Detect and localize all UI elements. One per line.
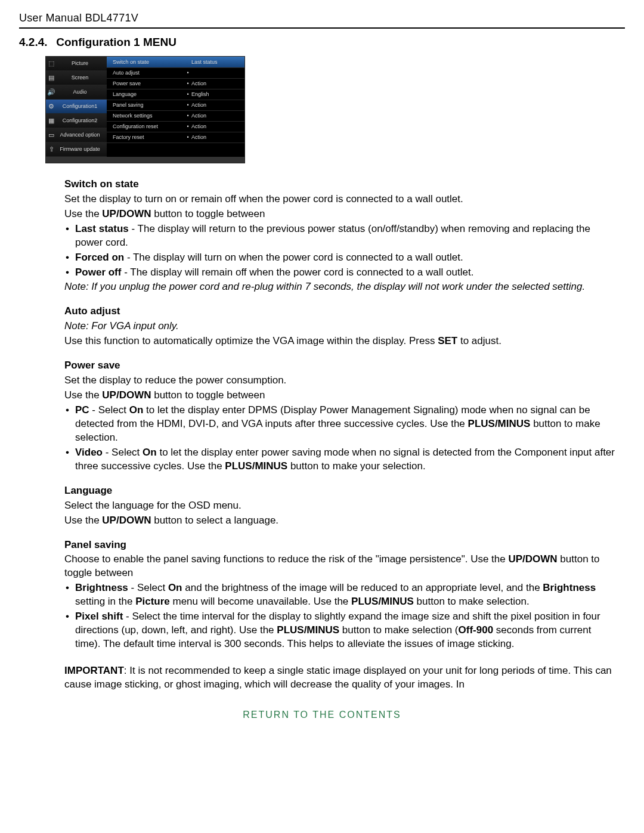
manual-title: User Manual BDL4771V: [19, 12, 138, 24]
language-block: Language Select the language for the OSD…: [64, 484, 619, 528]
body-text: Set the display to reduce the power cons…: [64, 374, 619, 388]
osd-menu: ⬚Picture ▤Screen 🔊Audio ⚙Configuration1 …: [45, 56, 245, 163]
text: button to make your selection.: [287, 460, 426, 472]
list-item: Forced on - The display will turn on whe…: [64, 251, 619, 265]
section-title-prefix: Configuration 1: [56, 36, 143, 48]
important-label: IMPORTANT: [64, 665, 124, 676]
osd-option-value: Last status: [191, 58, 239, 66]
bullet-list: PC - Select On to let the display enter …: [64, 404, 619, 473]
text: - Select: [103, 447, 143, 458]
bullet-icon: •: [184, 134, 191, 141]
body-text: Use the UP/DOWN button to select a langu…: [64, 514, 619, 528]
body-text: Choose to enable the panel saving functi…: [64, 553, 619, 580]
text: Use this function to automatically optim…: [64, 335, 438, 346]
text: Choose to enable the panel saving functi…: [64, 553, 508, 565]
auto-adjust-block: Auto adjust Note: For VGA input only. Us…: [64, 305, 619, 348]
osd-nav-label: Firmware update: [57, 145, 107, 153]
osd-nav-config2[interactable]: ▦Configuration2: [46, 114, 107, 128]
key-label: PLUS/MINUS: [277, 624, 339, 636]
list-item: Last status - The display will return to…: [64, 222, 619, 250]
text: to adjust.: [457, 335, 501, 346]
osd-nav-label: Audio: [57, 88, 107, 95]
body-text: Use the UP/DOWN button to toggle between: [64, 208, 619, 221]
section-number: 4.2.4.: [19, 36, 48, 48]
osd-nav-picture[interactable]: ⬚Picture: [46, 57, 107, 71]
osd-option-switch-on-state[interactable]: Switch on stateLast status: [107, 57, 244, 68]
list-item: PC - Select On to let the display enter …: [64, 404, 619, 445]
bullet-list: Brightness - Select On and the brightnes…: [64, 581, 619, 651]
term: Pixel shift: [75, 611, 123, 622]
osd-option-value: Action: [191, 80, 239, 87]
panel-saving-block: Panel saving Choose to enable the panel …: [64, 538, 619, 652]
osd-nav-advanced[interactable]: ▭Advanced option: [46, 128, 107, 143]
text: - The display will turn on when the powe…: [124, 252, 463, 263]
text: - The display will return to the previou…: [75, 223, 590, 248]
text: button to toggle between: [151, 208, 265, 219]
text: : It is not recommended to keep a single…: [64, 665, 612, 690]
bullet-icon: •: [184, 80, 191, 87]
text: - Select: [89, 404, 129, 416]
osd-option-name: Language: [113, 91, 184, 98]
osd-option-power-save[interactable]: Power save•Action: [107, 79, 244, 89]
term: Power off: [75, 267, 121, 278]
bullet-icon: •: [184, 112, 191, 119]
body-text: Set the display to turn on or remain off…: [64, 193, 619, 206]
osd-option-language[interactable]: Language•English: [107, 89, 244, 100]
list-item: Pixel shift - Select the time interval f…: [64, 610, 619, 651]
language-heading: Language: [64, 484, 619, 498]
text: - Select: [128, 582, 168, 593]
osd-footer-bar: [46, 157, 244, 163]
osd-nav-firmware[interactable]: ⇪Firmware update: [46, 143, 107, 157]
bullet-icon: •: [184, 69, 191, 76]
osd-option-factory-reset[interactable]: Factory reset•Action: [107, 132, 244, 143]
power-save-heading: Power save: [64, 359, 619, 373]
section-title: Configuration 1 MENU: [56, 36, 177, 48]
text: and the brightness of the image will be …: [182, 582, 543, 593]
osd-option-value: Action: [191, 101, 239, 109]
rect-icon: ▭: [46, 131, 57, 140]
osd-nav-label: Configuration1: [57, 103, 107, 110]
note-text: Note: If you unplug the power cord and r…: [64, 280, 619, 294]
key-label: PLUS/MINUS: [468, 418, 531, 429]
osd-option-auto-adjust[interactable]: Auto adjust•: [107, 68, 244, 79]
body-text: Select the language for the OSD menu.: [64, 499, 619, 513]
osd-nav-label: Advanced option: [57, 131, 107, 138]
text: button to make selection.: [414, 596, 530, 607]
key-label: UP/DOWN: [102, 515, 151, 526]
osd-nav-config1[interactable]: ⚙Configuration1: [46, 100, 107, 114]
return-to-contents-link[interactable]: RETURN TO THE CONTENTS: [19, 708, 625, 721]
text: button to select a language.: [151, 515, 278, 526]
osd-option-name: Factory reset: [113, 134, 184, 141]
osd-nav-screen[interactable]: ▤Screen: [46, 71, 107, 85]
osd-nav-audio[interactable]: 🔊Audio: [46, 85, 107, 100]
osd-option-value: English: [191, 91, 239, 98]
osd-nav-label: Picture: [57, 60, 107, 67]
bullet-icon: •: [184, 91, 191, 98]
auto-adjust-heading: Auto adjust: [64, 305, 619, 318]
note-text: Note: For VGA input only.: [64, 320, 619, 333]
picture-icon: ⬚: [46, 59, 57, 68]
list-item: Video - Select On to let the display ent…: [64, 446, 619, 473]
grid-icon: ▦: [46, 116, 57, 125]
osd-nav-label: Configuration2: [57, 117, 107, 124]
key-label: UP/DOWN: [102, 208, 151, 219]
osd-option-name: Switch on state: [113, 58, 184, 66]
text: button to toggle between: [151, 389, 265, 401]
osd-option-panel-saving[interactable]: Panel saving•Action: [107, 100, 244, 111]
upload-icon: ⇪: [46, 145, 57, 154]
osd-option-name: Panel saving: [113, 101, 184, 109]
term: Brightness: [75, 582, 128, 593]
list-item: Power off - The display will remain off …: [64, 266, 619, 280]
term: Video: [75, 447, 103, 458]
osd-option-name: Configuration reset: [113, 123, 184, 130]
key-label: PLUS/MINUS: [351, 596, 414, 607]
osd-option-config-reset[interactable]: Configuration reset•Action: [107, 122, 244, 132]
audio-icon: 🔊: [46, 88, 57, 97]
osd-option-network[interactable]: Network settings•Action: [107, 111, 244, 122]
key-label: PLUS/MINUS: [225, 460, 287, 472]
osd-nav-label: Screen: [57, 74, 107, 81]
text: menu will become unavailable. Use the: [170, 596, 351, 607]
text: Use the: [64, 515, 102, 526]
switch-on-state-heading: Switch on state: [64, 178, 619, 191]
content-area: Switch on state Set the display to turn …: [19, 178, 625, 692]
